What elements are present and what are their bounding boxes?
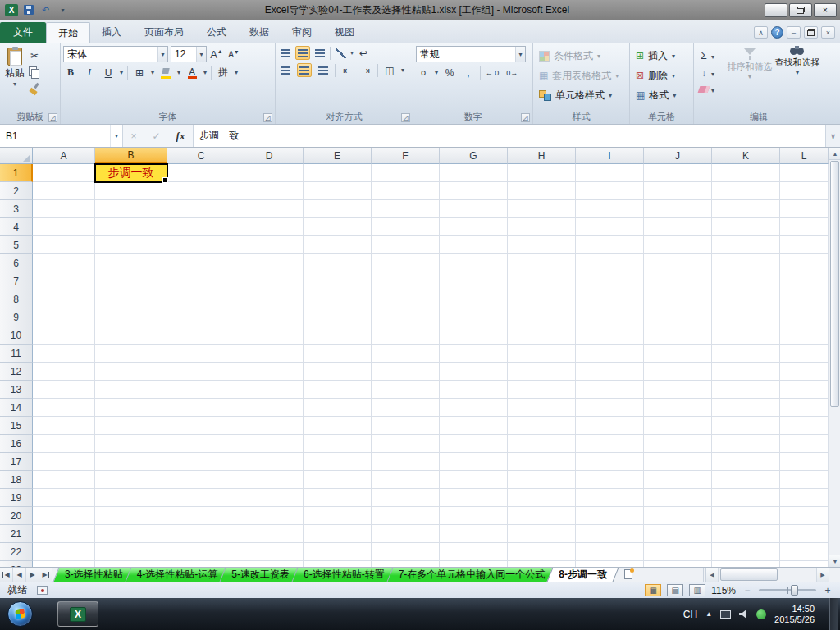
cell-E17[interactable] [304, 453, 372, 471]
align-left-icon[interactable] [278, 63, 293, 77]
cell-H5[interactable] [508, 236, 576, 254]
cell-C5[interactable] [167, 236, 235, 254]
ribbon-tab-页面布局[interactable]: 页面布局 [133, 22, 195, 43]
scroll-down-icon[interactable]: ▼ [829, 555, 840, 567]
cell-C9[interactable] [167, 308, 235, 326]
cell-H9[interactable] [508, 308, 576, 326]
cell-G20[interactable] [440, 507, 508, 525]
cell-K11[interactable] [712, 345, 780, 363]
number-format-combo[interactable]: 常规 ▾ [416, 46, 526, 62]
zoom-slider-thumb[interactable] [791, 585, 798, 596]
cell-A11[interactable] [33, 345, 95, 363]
cell-C7[interactable] [167, 272, 235, 290]
cell-H16[interactable] [508, 435, 576, 453]
fill-color-dropdown-icon[interactable]: ▾ [177, 69, 180, 76]
row-header-21[interactable]: 21 [0, 525, 33, 543]
sheet-tab-5[interactable]: 7-在多个单元格中输入同一个公式 [390, 568, 555, 582]
cell-B15[interactable] [95, 417, 167, 435]
cell-C15[interactable] [167, 417, 235, 435]
cell-I19[interactable] [576, 489, 644, 507]
delete-cells-button[interactable]: ⊠ 删除 ▾ [632, 66, 691, 85]
cell-I6[interactable] [576, 254, 644, 272]
cell-B4[interactable] [95, 218, 167, 236]
last-sheet-icon[interactable]: ▶ [39, 568, 52, 582]
delete-dropdown-icon[interactable]: ▾ [672, 72, 675, 80]
volume-tray-icon[interactable] [739, 610, 748, 619]
cell-E18[interactable] [304, 471, 372, 489]
cell-A9[interactable] [33, 308, 95, 326]
cell-J7[interactable] [644, 272, 712, 290]
ribbon-tab-公式[interactable]: 公式 [195, 22, 238, 43]
font-color-icon[interactable]: A [185, 66, 199, 80]
cell-C12[interactable] [167, 363, 235, 381]
row-header-2[interactable]: 2 [0, 182, 33, 200]
cell-K16[interactable] [712, 435, 780, 453]
cell-E7[interactable] [304, 272, 372, 290]
cell-E21[interactable] [304, 525, 372, 543]
cell-I20[interactable] [576, 507, 644, 525]
cell-F8[interactable] [372, 290, 440, 308]
cell-G6[interactable] [440, 254, 508, 272]
cell-A20[interactable] [33, 507, 95, 525]
cell-J5[interactable] [644, 236, 712, 254]
cell-G2[interactable] [440, 182, 508, 200]
cell-K6[interactable] [712, 254, 780, 272]
sheet-tab-3[interactable]: 5-速改工资表 [222, 568, 299, 582]
cell-L1[interactable] [780, 164, 829, 182]
cell-E19[interactable] [304, 489, 372, 507]
cell-J16[interactable] [644, 435, 712, 453]
horizontal-scrollbar[interactable]: ◀ ▶ [705, 568, 829, 582]
cell-I18[interactable] [576, 471, 644, 489]
cell-B1[interactable]: 步调一致 [95, 164, 167, 182]
percent-style-icon[interactable]: % [442, 66, 457, 80]
grow-font-icon[interactable]: A▲ [209, 48, 224, 62]
borders-icon[interactable]: ⊞ [132, 66, 147, 80]
cell-J13[interactable] [644, 381, 712, 399]
cell-H23[interactable] [508, 561, 576, 567]
cell-H8[interactable] [508, 290, 576, 308]
cell-C22[interactable] [167, 543, 235, 561]
workbook-minimize-icon[interactable]: – [787, 26, 801, 39]
cell-F18[interactable] [372, 471, 440, 489]
previous-sheet-icon[interactable]: ◀ [13, 568, 26, 582]
cell-E20[interactable] [304, 507, 372, 525]
cell-K9[interactable] [712, 308, 780, 326]
cell-J19[interactable] [644, 489, 712, 507]
cell-I4[interactable] [576, 218, 644, 236]
format-cells-button[interactable]: ▦ 格式 ▾ [632, 85, 691, 105]
number-format-dropdown-icon[interactable]: ▾ [515, 47, 525, 62]
cell-L14[interactable] [780, 399, 829, 417]
cell-L12[interactable] [780, 363, 829, 381]
cell-J15[interactable] [644, 417, 712, 435]
cell-I22[interactable] [576, 543, 644, 561]
cell-A4[interactable] [33, 218, 95, 236]
italic-button[interactable]: I [82, 66, 97, 80]
cell-A8[interactable] [33, 290, 95, 308]
cell-F2[interactable] [372, 182, 440, 200]
scroll-left-icon[interactable]: ◀ [706, 568, 719, 582]
collapse-ribbon-icon[interactable]: ∧ [754, 26, 768, 39]
display-tray-icon[interactable] [720, 610, 731, 619]
row-header-19[interactable]: 19 [0, 489, 33, 507]
font-size-combo[interactable]: 12 ▾ [171, 46, 207, 62]
cell-G10[interactable] [440, 326, 508, 345]
cell-L8[interactable] [780, 290, 829, 308]
cell-A7[interactable] [33, 272, 95, 290]
cell-D18[interactable] [235, 471, 304, 489]
cell-I10[interactable] [576, 326, 644, 345]
cell-styles-button[interactable]: 单元格样式 ▾ [536, 85, 627, 105]
cell-C11[interactable] [167, 345, 235, 363]
autosum-dropdown-icon[interactable]: ▾ [711, 53, 714, 61]
font-size-dropdown-icon[interactable]: ▾ [196, 47, 206, 62]
cell-G14[interactable] [440, 399, 508, 417]
cell-E10[interactable] [304, 326, 372, 345]
cell-A23[interactable] [33, 561, 95, 567]
cell-F16[interactable] [372, 435, 440, 453]
cell-B13[interactable] [95, 381, 167, 399]
cell-G18[interactable] [440, 471, 508, 489]
cell-G21[interactable] [440, 525, 508, 543]
row-header-23[interactable]: 23 [0, 561, 33, 567]
row-header-6[interactable]: 6 [0, 254, 33, 272]
cell-H11[interactable] [508, 345, 576, 363]
ribbon-tab-视图[interactable]: 视图 [323, 22, 366, 43]
